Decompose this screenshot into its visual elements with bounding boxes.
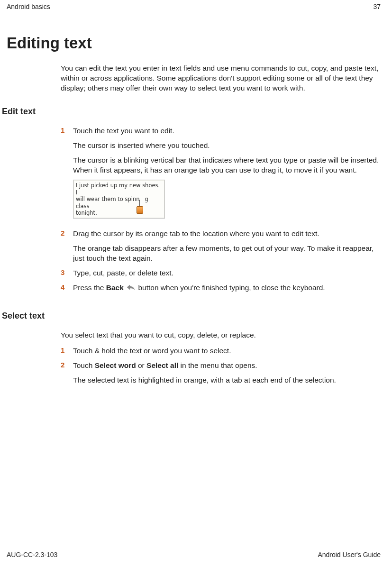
header-section: Android basics: [7, 3, 50, 10]
step-text: Touch the text you want to edit.: [73, 126, 381, 136]
page-title: Editing text: [7, 34, 381, 52]
screenshot-text: shoes.: [142, 182, 160, 189]
screenshot-text: will wear them to spinn: [76, 196, 140, 202]
screenshot-text: I just picked up my new: [76, 182, 142, 189]
page-footer: AUG-CC-2.3-103 Android User's Guide: [7, 551, 381, 558]
step-text: Drag the cursor by its orange tab to the…: [73, 229, 381, 239]
step-text: Type, cut, paste, or delete text.: [73, 268, 381, 278]
step-text-part: button when you're finished typing, to c…: [138, 284, 325, 292]
example-text-field-screenshot: I just picked up my new shoes. I will we…: [73, 180, 165, 219]
section-heading-edit-text: Edit text: [2, 107, 381, 117]
footer-guide-title: Android User's Guide: [318, 551, 381, 558]
screenshot-text: I: [76, 189, 77, 196]
step-2: 2 Touch Select word or Select all in the…: [61, 361, 381, 385]
step-4: 4 Press the Back button when you're fini…: [61, 283, 381, 293]
step-1: 1 Touch the text you want to edit. The c…: [61, 126, 381, 225]
step-number: 2: [61, 361, 73, 385]
step-text: The orange tab disappears after a few mo…: [73, 244, 381, 264]
step-number: 3: [61, 268, 73, 278]
step-text: Touch & hold the text or word you want t…: [73, 346, 381, 356]
section-intro: You select text that you want to cut, co…: [61, 330, 381, 340]
step-text-part: in the menu that opens.: [178, 361, 257, 369]
step-number: 2: [61, 229, 73, 264]
step-2: 2 Drag the cursor by its orange tab to t…: [61, 229, 381, 264]
step-1: 1 Touch & hold the text or word you want…: [61, 346, 381, 356]
step-text: The cursor is inserted where you touched…: [73, 141, 381, 151]
step-number: 1: [61, 126, 73, 225]
step-3: 3 Type, cut, paste, or delete text.: [61, 268, 381, 278]
menu-option-label: Select word: [95, 361, 136, 369]
screenshot-text: tonight.: [76, 210, 97, 216]
intro-paragraph: You can edit the text you enter in text …: [61, 64, 381, 93]
page-header: Android basics 37: [7, 3, 381, 11]
footer-doc-id: AUG-CC-2.3-103: [7, 551, 57, 558]
menu-option-label: Select all: [146, 361, 178, 369]
step-text-part: Press the: [73, 284, 106, 292]
back-icon: [127, 283, 135, 293]
step-text: Touch Select word or Select all in the m…: [73, 361, 381, 371]
back-label: Back: [106, 284, 124, 292]
step-text-part: Touch: [73, 361, 95, 369]
step-text: The selected text is highlighted in oran…: [73, 375, 381, 385]
header-page-number: 37: [373, 3, 381, 10]
step-number: 4: [61, 283, 73, 293]
step-text: Press the Back button when you're finish…: [73, 283, 381, 293]
step-number: 1: [61, 346, 73, 356]
section-heading-select-text: Select text: [2, 311, 381, 321]
step-text: The cursor is a blinking vertical bar th…: [73, 155, 381, 175]
step-text-part: or: [136, 361, 146, 369]
